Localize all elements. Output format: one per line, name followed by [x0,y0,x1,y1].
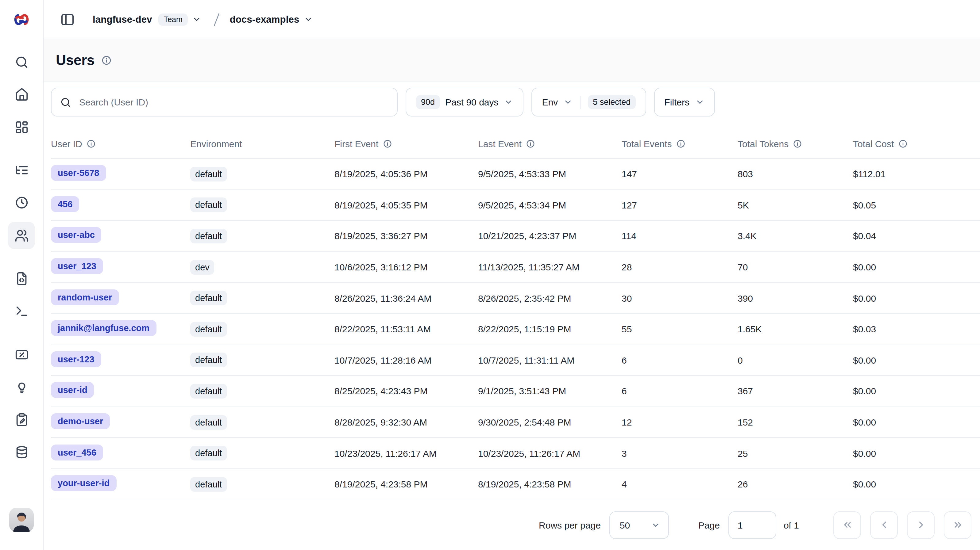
last-event-cell: 9/1/2025, 3:51:43 PM [478,386,622,396]
org-selector[interactable]: langfuse-dev Team [93,13,202,25]
sidebar-item-annotation[interactable] [8,406,35,433]
last-page-icon[interactable] [944,511,971,539]
total-events-cell: 6 [622,386,738,396]
environment-cell: default [190,353,334,368]
toolbar: 90d Past 90 days Env 5 selected Filters [51,88,980,116]
cell-value: 152 [738,417,753,427]
total-tokens-cell: 152 [738,417,853,427]
user-avatar[interactable] [9,508,34,532]
table-row[interactable]: jannik@langfuse.comdefault8/22/2025, 11:… [51,314,980,345]
table-row[interactable]: user_123dev10/6/2025, 3:16:12 PM11/13/20… [51,252,980,283]
last-event-cell: 10/23/2025, 11:26:17 AM [478,448,622,458]
cell-value: 6 [622,355,627,365]
user-id-badge[interactable]: user-id [51,382,94,398]
table-row[interactable]: user-abcdefault8/19/2025, 3:36:27 PM10/2… [51,221,980,252]
cell-value: $0.00 [853,417,876,427]
cell-value: 55 [622,324,632,334]
search-input[interactable] [78,96,388,108]
environment-cell: default [190,291,334,305]
last-event-cell: 8/26/2025, 2:35:42 PM [478,293,622,303]
user-id-badge[interactable]: user_456 [51,444,103,460]
cell-value: 114 [622,231,636,241]
cell-value: 10/6/2025, 3:16:12 PM [334,262,428,272]
chevron-down-icon [563,97,573,107]
user-id-cell: user-123 [51,351,190,369]
total-events-cell: 12 [622,417,738,427]
total-cost-cell: $0.00 [853,386,980,396]
cell-value: $0.04 [853,231,876,241]
user-id-badge[interactable]: random-user [51,289,119,305]
next-page-icon[interactable] [907,511,935,539]
table-row[interactable]: user-5678default8/19/2025, 4:05:36 PM9/5… [51,159,980,190]
column-header-last-event[interactable]: Last Event [478,138,622,149]
sidebar-item-scores[interactable] [8,341,35,368]
page-number-input[interactable] [729,511,776,539]
grid-blocks-icon [14,120,29,134]
user-id-badge[interactable]: demo-user [51,413,110,429]
chevron-down-icon [695,97,704,107]
sidebar-item-datasets[interactable] [8,438,35,465]
page-of-label: of 1 [784,520,799,530]
environment-badge: default [190,415,227,430]
table-row[interactable]: user-123default10/7/2025, 11:28:16 AM10/… [51,345,980,376]
table-row[interactable]: 456default8/19/2025, 4:05:35 PM9/5/2025,… [51,190,980,221]
user-id-badge[interactable]: user-5678 [51,165,106,181]
previous-page-icon[interactable] [870,511,898,539]
total-tokens-cell: 3.4K [738,231,853,241]
sidebar-item-users[interactable] [8,222,35,249]
column-header-environment[interactable]: Environment [190,138,334,149]
project-selector[interactable]: docs-examples [230,14,313,25]
column-header-total-events[interactable]: Total Events [622,138,738,149]
sidebar-item-dashboards[interactable] [8,113,35,140]
date-range-label: Past 90 days [445,97,498,107]
rows-per-page-select[interactable]: 50 [609,511,669,539]
project-name: docs-examples [230,14,299,25]
sidebar-item-search[interactable] [8,48,35,75]
user-id-cell: 456 [51,196,190,214]
info-icon [101,55,112,66]
sidebar-item-prompts[interactable] [8,265,35,292]
table-row[interactable]: random-userdefault8/26/2025, 11:36:24 AM… [51,283,980,314]
app-window: langfuse-dev Team docs-examples Users 90… [0,0,980,550]
table-row[interactable]: demo-userdefault8/28/2025, 9:32:30 AM9/3… [51,407,980,438]
table-row[interactable]: your-user-iddefault8/19/2025, 4:23:58 PM… [51,469,980,500]
column-header-first-event[interactable]: First Event [334,138,478,149]
cell-value: 9/30/2025, 2:54:48 PM [478,417,571,427]
sidebar-toggle-icon[interactable] [58,10,77,29]
user-id-cell: random-user [51,289,190,307]
environment-cell: default [190,415,334,430]
column-header-total-cost[interactable]: Total Cost [853,138,980,149]
clock-icon [14,195,29,209]
cell-value: $112.01 [853,169,886,179]
user-id-badge[interactable]: your-user-id [51,475,116,491]
user-id-badge[interactable]: user_123 [51,258,103,274]
cell-value: 8/25/2025, 4:23:43 PM [334,386,428,396]
sidebar-item-playground[interactable] [8,297,35,324]
table-row[interactable]: user_456default10/23/2025, 11:26:17 AM10… [51,438,980,469]
total-tokens-cell: 26 [738,479,853,489]
environment-cell: default [190,446,334,460]
user-id-badge[interactable]: user-123 [51,351,101,367]
user-id-badge[interactable]: 456 [51,196,79,212]
column-header-user-id[interactable]: User ID [51,138,190,149]
environment-filter-button[interactable]: Env 5 selected [532,88,646,116]
first-event-cell: 8/22/2025, 11:53:11 AM [334,324,478,334]
environment-cell: default [190,322,334,337]
sidebar-item-sessions[interactable] [8,189,35,216]
filters-button[interactable]: Filters [654,88,714,116]
first-page-icon[interactable] [833,511,861,539]
column-header-total-tokens[interactable]: Total Tokens [738,138,853,149]
last-event-cell: 8/19/2025, 4:23:58 PM [478,479,622,489]
cell-value: 8/28/2025, 9:32:30 AM [334,417,427,427]
user-id-badge[interactable]: jannik@langfuse.com [51,320,156,336]
sidebar-item-upgrades[interactable] [8,373,35,400]
sidebar-item-tracing[interactable] [8,156,35,183]
total-events-cell: 3 [622,448,738,458]
environment-badge: default [190,322,227,337]
table-row[interactable]: user-iddefault8/25/2025, 4:23:43 PM9/1/2… [51,376,980,407]
date-range-button[interactable]: 90d Past 90 days [406,88,524,116]
user-id-badge[interactable]: user-abc [51,227,102,243]
environment-selected-badge: 5 selected [588,95,635,109]
cell-value: 10/7/2025, 11:28:16 AM [334,355,431,365]
sidebar-item-home[interactable] [8,81,35,108]
